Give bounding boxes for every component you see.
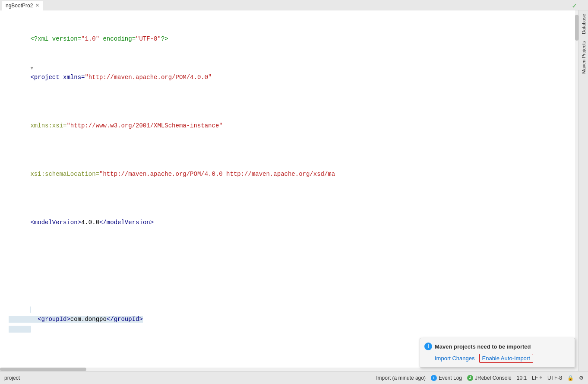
- status-left: project: [4, 375, 367, 381]
- code-line-1: <?xml version="1.0" encoding="UTF-8"?>: [9, 15, 574, 54]
- hscroll-thumb[interactable]: [0, 368, 86, 371]
- fold-marker-3: [30, 104, 36, 111]
- code-editor[interactable]: <?xml version="1.0" encoding="UTF-8"?> ▼…: [0, 10, 579, 371]
- fold-marker-4: [30, 152, 36, 159]
- fold-marker-5: [30, 200, 36, 208]
- tab-close-button[interactable]: ✕: [35, 3, 39, 8]
- checkmark-icon: ✓: [570, 0, 579, 11]
- tab-label: ngBootPro2: [6, 3, 33, 9]
- cursor-position: 10:1: [517, 375, 527, 381]
- status-bar: project Import (a minute ago) i Event Lo…: [0, 371, 588, 384]
- code-line-7: <groupId>com.dongpo</groupId>: [9, 276, 574, 344]
- code-line-5: <modelVersion>4.0.0</modelVersion>: [9, 189, 574, 237]
- code-line-2: ▼ <project xmlns="http://maven.apache.or…: [9, 54, 574, 92]
- notification-title-row: i Maven projects need to be imported: [424, 343, 569, 350]
- notification-actions: Import Changes Enable Auto-Import: [424, 354, 569, 363]
- line-separator: LF ÷: [532, 375, 542, 381]
- import-status: Import (a minute ago): [376, 375, 426, 381]
- horizontal-scrollbar[interactable]: [0, 368, 575, 371]
- fold-marker-1: [30, 26, 36, 34]
- fold-marker-2[interactable]: ▼: [30, 65, 36, 73]
- right-panel: Database Maven Projects: [579, 10, 588, 371]
- event-log-label: Event Log: [439, 375, 462, 381]
- notification-popup: i Maven projects need to be imported Imp…: [420, 338, 575, 368]
- code-line-4: xsi:schemaLocation="http://maven.apache.…: [9, 140, 574, 189]
- sidebar-item-maven-projects[interactable]: Maven Projects: [580, 38, 587, 77]
- file-encoding: UTF-8: [547, 375, 562, 381]
- vscroll-thumb[interactable]: [575, 15, 579, 41]
- lock-icon: 🔒: [567, 375, 574, 381]
- code-content: <?xml version="1.0" encoding="UTF-8"?> ▼…: [0, 10, 579, 371]
- project-breadcrumb: project: [4, 375, 20, 381]
- jrebel-icon: J: [467, 375, 473, 381]
- event-log-item[interactable]: i Event Log: [431, 375, 462, 381]
- notification-info-icon: i: [424, 343, 432, 350]
- status-right: Import (a minute ago) i Event Log J JReb…: [376, 375, 584, 381]
- import-changes-button[interactable]: Import Changes: [435, 354, 475, 363]
- notification-title: Maven projects need to be imported: [435, 343, 531, 350]
- event-log-icon: i: [431, 375, 437, 381]
- sidebar-item-database[interactable]: Database: [580, 10, 587, 38]
- enable-auto-import-button[interactable]: Enable Auto-Import: [479, 354, 533, 363]
- jrebel-console-item[interactable]: J JRebel Console: [467, 375, 512, 381]
- tab-bar: ngBootPro2 ✕: [0, 0, 588, 10]
- code-line-6: [9, 237, 574, 276]
- vertical-scrollbar[interactable]: [575, 10, 579, 371]
- settings-icon[interactable]: ⚙: [579, 375, 584, 381]
- code-line-3: xmlns:xsi="http://www.w3.org/2001/XMLSch…: [9, 92, 574, 140]
- jrebel-label: JRebel Console: [475, 375, 512, 381]
- editor-tab[interactable]: ngBootPro2 ✕: [2, 1, 43, 10]
